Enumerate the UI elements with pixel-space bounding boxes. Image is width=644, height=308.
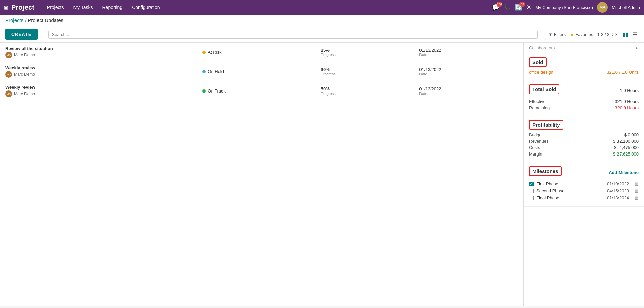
status-dot-blue: [202, 70, 206, 73]
date-label: Date: [419, 53, 518, 57]
favorites-button[interactable]: ★ Favorites: [570, 32, 593, 37]
table-row[interactable]: Weekly review MD Marc Demo On Hold 30% P…: [0, 62, 523, 81]
list-view-button[interactable]: ☰: [631, 30, 639, 38]
milestone-name: First Phase: [536, 181, 604, 186]
app-grid-icon[interactable]: ▣: [4, 5, 8, 10]
view-icons: ▮▮ ☰: [621, 30, 639, 38]
row-title: Review of the situation: [5, 46, 202, 51]
progress-label: Progress: [321, 91, 419, 96]
nav-projects[interactable]: Projects: [42, 0, 69, 15]
total-sold-section: Total Sold 1.0 Hours Effective 321.0 Hou…: [524, 80, 644, 116]
remaining-row: Remaining -320.0 Hours: [529, 105, 639, 110]
budget-row: Budget $ 0.000: [529, 132, 639, 137]
top-navigation: ▣ Project Projects My Tasks Reporting Co…: [0, 0, 644, 15]
remaining-label: Remaining: [529, 105, 550, 110]
status-dot-orange: [202, 51, 206, 54]
progress-label: Progress: [321, 53, 419, 57]
pager-next[interactable]: ›: [615, 31, 617, 37]
notifications-button[interactable]: 💬 166: [492, 4, 499, 11]
expand-arrow-icon[interactable]: ▲: [635, 46, 639, 50]
breadcrumb-current: Project Updates: [28, 17, 63, 23]
company-name: My Company (San Francisco): [535, 5, 593, 10]
total-sold-value: 1.0 Hours: [620, 88, 639, 93]
status-badge: On Track: [202, 88, 320, 94]
row-user: MD Marc Demo: [5, 71, 202, 78]
milestone-checkbox[interactable]: ✓: [529, 182, 534, 186]
costs-label: Costs: [529, 145, 540, 150]
nav-reporting[interactable]: Reporting: [97, 0, 127, 15]
date-value: 01/13/2022: [419, 67, 518, 72]
progress-label: Progress: [321, 72, 419, 76]
avatar: MD: [5, 90, 12, 97]
avatar: MA: [597, 2, 608, 13]
margin-row: Margin $ 27,625.000: [529, 151, 639, 157]
effective-value: 321.0 Hours: [615, 99, 639, 104]
pager: 1-3 / 3 ‹ ›: [597, 31, 617, 37]
profitability-section: Profitability Budget $ 0.000 Revenues $ …: [524, 116, 644, 162]
status-badge: On Hold: [202, 69, 320, 74]
add-milestone-button[interactable]: Add Milestone: [609, 170, 639, 175]
milestone-delete-button[interactable]: 🗑: [634, 181, 639, 186]
nav-configuration[interactable]: Configuration: [127, 0, 164, 15]
revenues-value: $ 32,100.000: [613, 139, 639, 144]
pager-prev[interactable]: ‹: [611, 31, 613, 37]
table-row[interactable]: Weekly review MD Marc Demo On Track 50% …: [0, 81, 523, 101]
milestone-delete-button[interactable]: 🗑: [634, 188, 639, 193]
profitability-header: Profitability: [529, 120, 563, 130]
milestone-item: Final Phase 01/13/2024 🗑: [529, 195, 639, 200]
milestone-checkbox[interactable]: [529, 196, 534, 200]
right-panel: Collaborators ▲ Sold office design 321.0…: [523, 43, 644, 306]
kanban-view-button[interactable]: ▮▮: [621, 30, 630, 38]
breadcrumb-parent[interactable]: Projects: [5, 17, 23, 23]
filters-button[interactable]: ▼ Filters: [548, 32, 566, 37]
date-label: Date: [419, 72, 518, 76]
date-value: 01/13/2022: [419, 86, 518, 91]
sold-item-label[interactable]: office design: [529, 70, 553, 75]
create-button[interactable]: CREATE: [5, 29, 38, 40]
phone-button[interactable]: 📞: [503, 4, 511, 11]
progress-value: 30%: [321, 67, 419, 72]
row-title: Weekly review: [5, 65, 202, 70]
budget-label: Budget: [529, 132, 543, 137]
margin-label: Margin: [529, 151, 542, 157]
effective-row: Effective 321.0 Hours: [529, 99, 639, 104]
sold-section: Sold office design 321.0 / 1.0 Units: [524, 53, 644, 80]
refresh-count: 32: [519, 2, 525, 7]
effective-label: Effective: [529, 99, 546, 104]
nav-my-tasks[interactable]: My Tasks: [68, 0, 97, 15]
milestone-date: 04/15/2023: [607, 188, 629, 193]
progress-value: 15%: [321, 48, 419, 53]
milestone-date: 01/10/2022: [607, 181, 629, 186]
milestone-date: 01/13/2024: [607, 195, 629, 200]
refresh-button[interactable]: 🔄 32: [515, 4, 522, 11]
sold-item-row: office design 321.0 / 1.0 Units: [529, 70, 639, 75]
sold-item-value: 321.0 / 1.0 Units: [607, 70, 639, 75]
date-label: Date: [419, 91, 518, 96]
search-bar: [48, 30, 538, 39]
milestones-section: Milestones Add Milestone ✓ First Phase 0…: [524, 162, 644, 207]
close-button[interactable]: ✕: [526, 4, 531, 11]
milestone-item: ✓ First Phase 01/10/2022 🗑: [529, 181, 639, 186]
milestone-checkbox[interactable]: [529, 189, 534, 193]
progress-value: 50%: [321, 86, 419, 91]
budget-value: $ 0.000: [624, 132, 639, 137]
remaining-value: -320.0 Hours: [613, 105, 639, 110]
row-user: MD Marc Demo: [5, 90, 202, 97]
toolbar-right: ▼ Filters ★ Favorites 1-3 / 3 ‹ › ▮▮ ☰: [548, 30, 639, 38]
status-dot-green: [202, 89, 206, 93]
nav-links: Projects My Tasks Reporting Configuratio…: [42, 0, 492, 15]
milestone-delete-button[interactable]: 🗑: [634, 195, 639, 200]
search-input[interactable]: [52, 32, 534, 37]
milestone-name: Second Phase: [536, 188, 604, 193]
milestone-name: Final Phase: [536, 195, 604, 200]
main-layout: Review of the situation MD Marc Demo At …: [0, 43, 644, 306]
collaborators-row: Collaborators ▲: [524, 43, 644, 53]
breadcrumb-separator: /: [25, 17, 26, 23]
milestones-header: Milestones Add Milestone: [529, 166, 639, 179]
row-title: Weekly review: [5, 85, 202, 90]
table-row[interactable]: Review of the situation MD Marc Demo At …: [0, 43, 523, 62]
user-name: Mitchell Admin: [612, 5, 640, 10]
revenues-label: Revenues: [529, 139, 549, 144]
toolbar: CREATE ▼ Filters ★ Favorites 1-3 / 3 ‹ ›…: [0, 26, 644, 43]
total-sold-header: Total Sold: [529, 84, 559, 94]
